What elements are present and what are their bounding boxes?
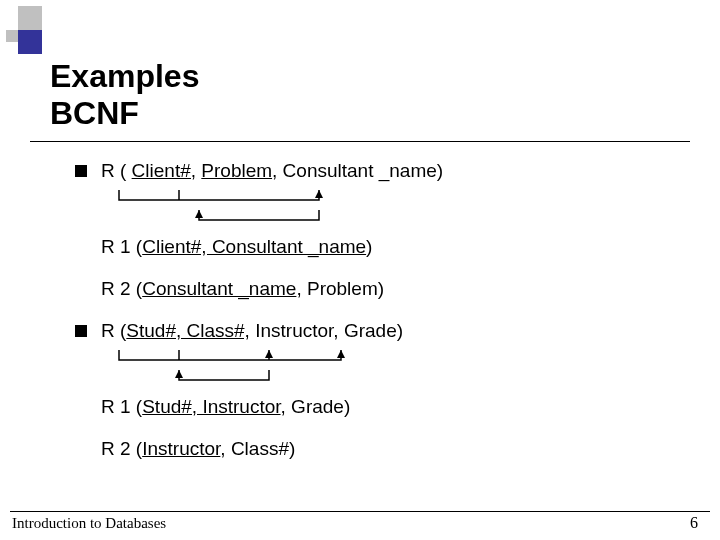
relation-r1-2: R 2 (Consultant _name, Problem) (101, 278, 675, 300)
text-fragment: , Class#) (220, 438, 295, 459)
text-fragment: R ( (101, 160, 132, 181)
text-fragment: , Problem) (296, 278, 384, 299)
text-fragment: R ( (101, 320, 126, 341)
attr-client: Client#, (132, 160, 196, 181)
slide: Examples BCNF R ( Client#, Problem, Cons… (0, 0, 720, 540)
fd-arrows-1 (101, 188, 675, 232)
title-line-2: BCNF (50, 95, 139, 131)
text-fragment: ) (366, 236, 372, 257)
attr-underlined: Stud#, Class#, (126, 320, 250, 341)
text-fragment: R 2 ( (101, 438, 142, 459)
bullet-icon (75, 325, 87, 337)
footer-rule (10, 511, 710, 512)
bullet-item-2: R (Stud#, Class#, Instructor, Grade) (75, 320, 675, 342)
text-fragment: , Grade) (281, 396, 351, 417)
swatch-gray-1 (18, 6, 42, 30)
text-fragment: , Consultant _name) (272, 160, 443, 181)
fd-arrows-2 (101, 348, 675, 392)
text-fragment: R 2 ( (101, 278, 142, 299)
swatch-gray-2 (6, 30, 18, 42)
relation-r2: R (Stud#, Class#, Instructor, Grade) (101, 320, 403, 342)
arrow-svg-2 (101, 348, 421, 392)
text-fragment: R 1 ( (101, 236, 142, 257)
relation-r1-1: R 1 (Client#, Consultant _name) (101, 236, 675, 258)
text-fragment: R 1 ( (101, 396, 142, 417)
attr-underlined: Instructor (142, 438, 220, 459)
title-line-1: Examples (50, 58, 199, 94)
attr-underlined: Consultant _name (142, 278, 296, 299)
title-underline (30, 141, 690, 142)
arrow-svg-1 (101, 188, 421, 232)
bullet-icon (75, 165, 87, 177)
text-fragment: Instructor, Grade) (250, 320, 403, 341)
relation-r2-1: R 1 (Stud#, Instructor, Grade) (101, 396, 675, 418)
bullet-item-1: R ( Client#, Problem, Consultant _name) (75, 160, 675, 182)
page-number: 6 (690, 514, 698, 532)
attr-underlined: Stud#, Instructor (142, 396, 280, 417)
relation-r1: R ( Client#, Problem, Consultant _name) (101, 160, 443, 182)
swatch-purple (18, 30, 42, 54)
page-title: Examples BCNF (50, 58, 199, 132)
footer-title: Introduction to Databases (12, 515, 166, 532)
content-block: R ( Client#, Problem, Consultant _name) … (75, 160, 675, 464)
attr-underlined: Client#, Consultant _name (142, 236, 366, 257)
attr-problem: Problem (201, 160, 272, 181)
relation-r2-2: R 2 (Instructor, Class#) (101, 438, 675, 460)
